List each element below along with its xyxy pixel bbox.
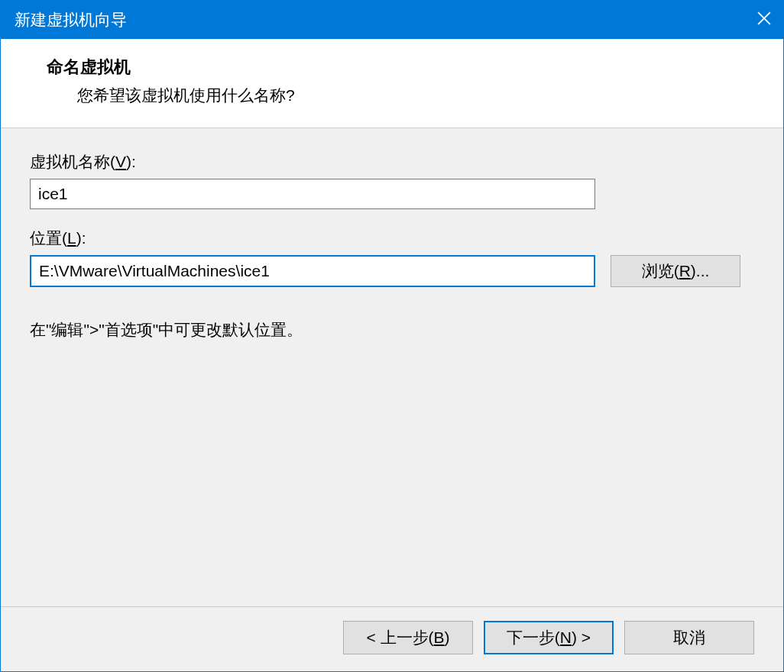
close-button[interactable] [745,1,783,39]
close-icon [757,11,771,29]
window-title: 新建虚拟机向导 [15,9,769,31]
titlebar: 新建虚拟机向导 [1,1,783,39]
wizard-window: 新建虚拟机向导 命名虚拟机 您希望该虚拟机使用什么名称? 虚拟机名称(V): 位… [0,0,784,672]
vm-name-label: 虚拟机名称(V): [30,151,754,173]
wizard-header: 命名虚拟机 您希望该虚拟机使用什么名称? [1,39,783,128]
vm-name-group: 虚拟机名称(V): [30,151,754,209]
location-group: 位置(L): 浏览(R)... [30,228,754,287]
page-title: 命名虚拟机 [47,56,760,79]
cancel-button[interactable]: 取消 [624,621,754,654]
browse-button[interactable]: 浏览(R)... [611,255,740,287]
vm-name-input[interactable] [30,179,595,209]
page-subtitle: 您希望该虚拟机使用什么名称? [77,85,760,106]
location-row: 浏览(R)... [30,255,754,287]
content-area: 虚拟机名称(V): 位置(L): 浏览(R)... 在"编辑">"首选项"中可更… [1,128,783,606]
location-label: 位置(L): [30,228,754,249]
location-input[interactable] [30,255,595,287]
back-button[interactable]: < 上一步(B) [343,621,473,654]
button-bar: < 上一步(B) 下一步(N) > 取消 [1,606,783,671]
next-button[interactable]: 下一步(N) > [484,621,614,654]
location-hint: 在"编辑">"首选项"中可更改默认位置。 [30,319,754,341]
